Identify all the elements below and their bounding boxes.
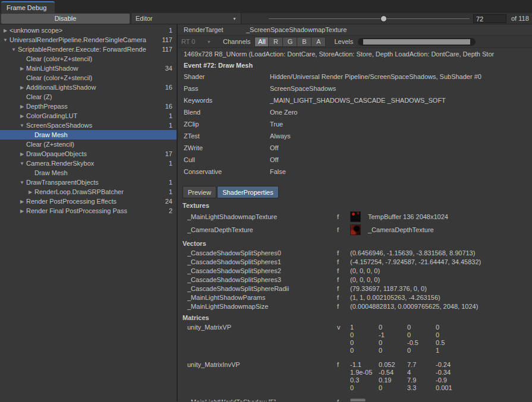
render-target-value: _ScreenSpaceShadowmapTexture — [246, 26, 347, 33]
channel-button-all[interactable]: All — [254, 37, 269, 47]
matrix-cell: -1 — [379, 331, 407, 339]
frame-slider[interactable] — [269, 13, 470, 24]
tree-item-count: 2 — [166, 207, 177, 214]
foldout-collapsed-icon[interactable]: ▶ — [18, 85, 26, 90]
matrix-cell: 0 — [379, 339, 407, 347]
channel-button-g[interactable]: G — [283, 37, 297, 47]
disable-button[interactable]: Disable — [1, 14, 130, 24]
property-row: Keywords_MAIN_LIGHT_SHADOWS_CASCADE _SHA… — [178, 94, 532, 106]
vector-type: f — [337, 294, 350, 301]
foldout-collapsed-icon[interactable]: ▶ — [18, 199, 26, 204]
tree-row[interactable]: ▶Render PostProcessing Effects24 — [0, 197, 177, 206]
property-label: Conservative — [184, 168, 270, 175]
property-value: One Zero — [270, 109, 297, 116]
matrix-cell: 7.7 — [407, 361, 436, 369]
foldout-expanded-icon[interactable]: ▼ — [18, 123, 26, 128]
channel-button-b[interactable]: B — [297, 37, 311, 47]
tree-item-label: Camera.RenderSkybox — [26, 160, 166, 167]
tree-item-label: UniversalRenderPipeline.RenderSingleCame… — [10, 36, 159, 43]
foldout-collapsed-icon[interactable]: ▶ — [18, 104, 26, 109]
tab-preview[interactable]: Preview — [182, 186, 216, 198]
render-target-format-line: 1469x728 R8_UNorm (LoadAction: DontCare,… — [178, 48, 532, 60]
tree-row[interactable]: Draw Mesh — [0, 168, 177, 178]
matrix-cell: 3.3 — [407, 384, 436, 392]
texture-value: TempBuffer 136 2048x1024 — [368, 213, 448, 220]
property-value: _MAIN_LIGHT_SHADOWS_CASCADE _SHADOWS_SOF… — [270, 97, 446, 104]
event-properties: ShaderHidden/Universal Render Pipeline/S… — [178, 71, 532, 178]
tree-item-label: Render Final PostProcessing Pass — [26, 207, 166, 214]
levels-min-handle[interactable] — [358, 39, 363, 45]
matrix-cell: 0 — [407, 347, 436, 354]
tree-row[interactable]: Draw Mesh — [0, 130, 177, 140]
vector-value: (0.6456946, -1.15639, -3.831568, 8.90713… — [350, 249, 475, 257]
channel-button-r[interactable]: R — [269, 37, 283, 47]
tree-row[interactable]: ▼UniversalRenderPipeline.RenderSingleCam… — [0, 35, 177, 45]
foldout-expanded-icon[interactable]: ▼ — [18, 161, 26, 166]
foldout-expanded-icon[interactable]: ▼ — [10, 47, 18, 52]
vector-type: f — [337, 258, 350, 265]
foldout-collapsed-icon[interactable]: ▶ — [26, 189, 34, 195]
tree-row[interactable]: ▼Camera.RenderSkybox1 — [0, 159, 177, 168]
channel-button-a[interactable]: A — [311, 37, 326, 47]
property-label: Cull — [184, 156, 270, 163]
frame-total-label: of 118 — [511, 15, 529, 22]
levels-range-fill — [363, 39, 470, 45]
property-value: Off — [270, 144, 278, 151]
foldout-expanded-icon[interactable]: ▼ — [18, 180, 26, 185]
foldout-collapsed-icon[interactable]: ▶ — [18, 113, 26, 119]
vector-type: f — [337, 267, 350, 274]
tree-item-count: 1 — [166, 188, 177, 195]
tree-item-count: 1 — [166, 160, 177, 167]
tree-row[interactable]: ▶MainLightShadow34 — [0, 64, 177, 73]
matrix-cell: -0.54 — [379, 369, 407, 376]
property-row: ZTestAlways — [178, 130, 532, 142]
tree-row[interactable]: ▶ColorGradingLUT1 — [0, 111, 177, 121]
tree-row[interactable]: Clear (color+Z+stencil) — [0, 73, 177, 83]
split-view: ▶<unknown scope>1▼UniversalRenderPipelin… — [0, 24, 532, 401]
matrices-list: unity_MatrixVPv10000-10000-0.50.50001uni… — [178, 324, 532, 401]
matrix-cell: 7.9 — [407, 376, 436, 384]
tree-item-count: 24 — [163, 198, 177, 205]
matrix-cell: 0 — [350, 331, 379, 339]
levels-max-handle[interactable] — [470, 39, 475, 45]
tree-row[interactable]: ▶DepthPrepass16 — [0, 102, 177, 111]
tree-row[interactable]: ▼ScreenSpaceShadows1 — [0, 121, 177, 130]
tree-row[interactable]: ▶AdditionalLightsShadow16 — [0, 83, 177, 92]
rt-index-dropdown-value: RT 0 — [181, 38, 195, 45]
tab-frame-debug[interactable]: Frame Debug — [1, 1, 55, 13]
rt-index-dropdown[interactable]: RT 0 ▼ — [181, 38, 215, 45]
target-dropdown[interactable]: Editor ▼ — [131, 13, 241, 24]
foldout-collapsed-icon[interactable]: ▶ — [18, 151, 26, 157]
matrix-cell: 4 — [407, 369, 436, 376]
foldout-collapsed-icon[interactable]: ▶ — [18, 66, 26, 71]
tree-row[interactable]: ▶RenderLoop.DrawSRPBatcher1 — [0, 187, 177, 197]
vectors-section-title: Vectors — [178, 236, 532, 248]
tree-item-count: 17 — [163, 150, 177, 157]
matrix-type: f — [337, 398, 350, 401]
levels-range-slider[interactable] — [358, 38, 476, 46]
tree-row[interactable]: ▶Render Final PostProcessing Pass2 — [0, 206, 177, 216]
tree-row[interactable]: ▶DrawOpaqueObjects17 — [0, 149, 177, 159]
shadowmap-thumbnail[interactable] — [350, 211, 361, 222]
render-target-row: RenderTarget _ScreenSpaceShadowmapTextur… — [178, 24, 532, 36]
frame-number-input[interactable] — [473, 14, 506, 23]
vector-name: _CascadeShadowSplitSpheres1 — [187, 258, 337, 265]
foldout-expanded-icon[interactable]: ▼ — [1, 37, 10, 43]
matrix-type: f — [337, 361, 350, 392]
tree-row[interactable]: ▼DrawTransparentObjects1 — [0, 178, 177, 187]
tree-row[interactable]: Clear (color+Z+stencil) — [0, 54, 177, 64]
vector-name: _CascadeShadowSplitSpheres3 — [187, 276, 337, 283]
tree-item-count: 1 — [166, 179, 177, 186]
expand-matrix-button[interactable]: ... — [350, 398, 366, 401]
matrix-row: unity_MatrixVPv10000-10000-0.50.50001 — [178, 324, 532, 354]
tree-row[interactable]: ▶<unknown scope>1 — [0, 26, 177, 35]
depth-thumbnail[interactable] — [350, 224, 361, 235]
frame-slider-thumb[interactable] — [380, 15, 387, 22]
tab-shader-properties[interactable]: ShaderProperties — [217, 186, 279, 198]
tree-row[interactable]: Clear (Z) — [0, 92, 177, 102]
foldout-collapsed-icon[interactable]: ▶ — [1, 28, 10, 33]
tree-row[interactable]: ▼ScriptableRenderer.Execute: ForwardRend… — [0, 45, 177, 54]
tree-row[interactable]: Clear (Z+stencil) — [0, 140, 177, 149]
foldout-collapsed-icon[interactable]: ▶ — [18, 208, 26, 214]
vector-row: _MainLightShadowParamsf(1, 1, 0.00210526… — [178, 293, 532, 302]
